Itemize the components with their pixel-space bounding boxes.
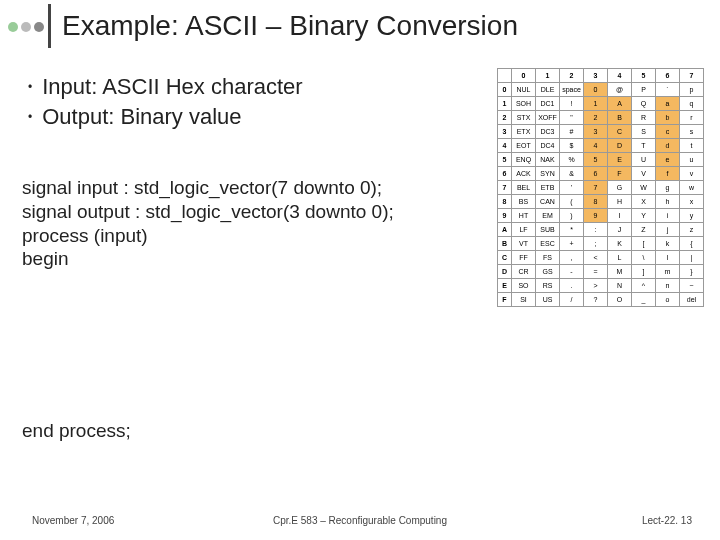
ascii-cell: )	[560, 209, 584, 223]
ascii-cell: DC3	[536, 125, 560, 139]
ascii-cell: `	[656, 83, 680, 97]
ascii-cell: l	[656, 251, 680, 265]
ascii-row: 4EOTDC4$4DTdt	[498, 139, 704, 153]
ascii-cell: E	[608, 153, 632, 167]
ascii-cell: .	[560, 279, 584, 293]
ascii-cell: ACK	[512, 167, 536, 181]
code-line: signal input : std_logic_vector(7 downto…	[22, 176, 394, 200]
ascii-cell: z	[680, 223, 704, 237]
ascii-cell: US	[536, 293, 560, 307]
ascii-cell: '	[560, 181, 584, 195]
ascii-cell: FS	[536, 251, 560, 265]
ascii-cell: S	[632, 125, 656, 139]
slide-footer: November 7, 2006 Cpr.E 583 – Reconfigura…	[0, 515, 720, 526]
ascii-row-header: A	[498, 223, 512, 237]
ascii-cell: h	[656, 195, 680, 209]
ascii-col-header: 2	[560, 69, 584, 83]
ascii-row-header: 4	[498, 139, 512, 153]
ascii-cell: GS	[536, 265, 560, 279]
ascii-col-header: 4	[608, 69, 632, 83]
ascii-row-header: 0	[498, 83, 512, 97]
ascii-cell: K	[608, 237, 632, 251]
ascii-cell: 7	[584, 181, 608, 195]
ascii-cell: VT	[512, 237, 536, 251]
ascii-cell: EOT	[512, 139, 536, 153]
bullet-dot: •	[28, 110, 32, 124]
ascii-cell: Z	[632, 223, 656, 237]
ascii-cell: ENQ	[512, 153, 536, 167]
ascii-cell: C	[608, 125, 632, 139]
ascii-cell: <	[584, 251, 608, 265]
ascii-cell: N	[608, 279, 632, 293]
ascii-cell: w	[680, 181, 704, 195]
ascii-cell: X	[632, 195, 656, 209]
title-divider	[48, 4, 51, 48]
ascii-cell: u	[680, 153, 704, 167]
ascii-cell: CR	[512, 265, 536, 279]
ascii-cell: SOH	[512, 97, 536, 111]
ascii-cell: BS	[512, 195, 536, 209]
ascii-cell: t	[680, 139, 704, 153]
ascii-cell: ~	[680, 279, 704, 293]
ascii-corner	[498, 69, 512, 83]
ascii-row-header: 9	[498, 209, 512, 223]
ascii-cell: J	[608, 223, 632, 237]
ascii-cell: m	[656, 265, 680, 279]
ascii-row: 7BELETB'7GWgw	[498, 181, 704, 195]
ascii-cell: SUB	[536, 223, 560, 237]
ascii-row: ESORS.>N^n~	[498, 279, 704, 293]
ascii-cell: b	[656, 111, 680, 125]
ascii-cell: space	[560, 83, 584, 97]
code-end: end process;	[22, 420, 131, 442]
ascii-cell: BEL	[512, 181, 536, 195]
ascii-cell: R	[632, 111, 656, 125]
ascii-cell: %	[560, 153, 584, 167]
ascii-row: ALFSUB*:JZjz	[498, 223, 704, 237]
ascii-cell: EM	[536, 209, 560, 223]
ascii-row-header: 1	[498, 97, 512, 111]
ascii-cell: ]	[632, 265, 656, 279]
ascii-cell: 2	[584, 111, 608, 125]
ascii-cell: @	[608, 83, 632, 97]
ascii-col-header: 6	[656, 69, 680, 83]
ascii-cell: H	[608, 195, 632, 209]
ascii-cell: q	[680, 97, 704, 111]
ascii-cell: >	[584, 279, 608, 293]
ascii-cell: XOFF	[536, 111, 560, 125]
ascii-cell: ?	[584, 293, 608, 307]
ascii-row: 0NULDLEspace0@P`p	[498, 83, 704, 97]
ascii-cell: DC4	[536, 139, 560, 153]
ascii-row: 6ACKSYN&6FVfv	[498, 167, 704, 181]
ascii-cell: 3	[584, 125, 608, 139]
bullet-item: •Input: ASCII Hex character	[28, 74, 303, 100]
ascii-cell: 1	[584, 97, 608, 111]
ascii-cell: STX	[512, 111, 536, 125]
ascii-cell: F	[608, 167, 632, 181]
ascii-row-header: C	[498, 251, 512, 265]
ascii-cell: DLE	[536, 83, 560, 97]
ascii-cell: #	[560, 125, 584, 139]
ascii-cell: M	[608, 265, 632, 279]
ascii-cell: 0	[584, 83, 608, 97]
ascii-cell: P	[632, 83, 656, 97]
ascii-cell: !	[560, 97, 584, 111]
ascii-cell: [	[632, 237, 656, 251]
ascii-cell: ESC	[536, 237, 560, 251]
ascii-row: CFFFS,<L\l|	[498, 251, 704, 265]
ascii-cell: D	[608, 139, 632, 153]
ascii-cell: v	[680, 167, 704, 181]
ascii-row: 3ETXDC3#3CScs	[498, 125, 704, 139]
ascii-cell: W	[632, 181, 656, 195]
ascii-cell: ;	[584, 237, 608, 251]
ascii-cell: *	[560, 223, 584, 237]
footer-lecture: Lect-22. 13	[642, 515, 692, 526]
accent-dots	[8, 22, 44, 32]
ascii-cell: NAK	[536, 153, 560, 167]
ascii-cell: n	[656, 279, 680, 293]
bullet-list: •Input: ASCII Hex character •Output: Bin…	[28, 74, 303, 134]
bullet-item: •Output: Binary value	[28, 104, 303, 130]
ascii-cell: U	[632, 153, 656, 167]
ascii-row: 8BSCAN(8HXhx	[498, 195, 704, 209]
ascii-cell: /	[560, 293, 584, 307]
ascii-cell: T	[632, 139, 656, 153]
